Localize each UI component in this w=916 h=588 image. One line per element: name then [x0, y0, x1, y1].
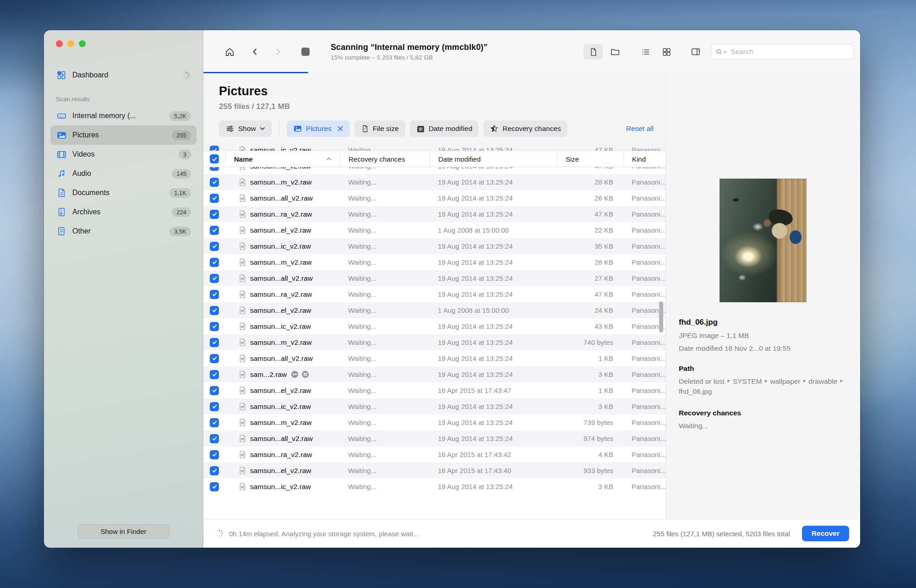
sidebar-item-documents[interactable]: Documents 1,1K: [50, 183, 196, 202]
sidebar-item-other[interactable]: Other 3,5K: [50, 222, 196, 241]
select-all-checkbox[interactable]: [203, 151, 225, 167]
row-checkbox[interactable]: [210, 290, 219, 299]
sidebar-item-dashboard[interactable]: Dashboard: [50, 65, 196, 85]
row-checkbox[interactable]: [210, 306, 219, 315]
row-checkbox[interactable]: [210, 418, 219, 427]
row-checkbox[interactable]: [210, 242, 219, 251]
row-checkbox[interactable]: [210, 274, 219, 283]
row-date: 1 Aug 2008 at 15:00:00: [430, 306, 557, 314]
table-row[interactable]: samsun...all_v2.raw Waiting... 19 Aug 20…: [203, 350, 665, 366]
traffic-lights: [44, 30, 203, 47]
row-recovery: Waiting...: [340, 242, 430, 250]
sort-ascending-icon: [327, 158, 331, 160]
table-row[interactable]: samsun...ic_v2.raw Waiting... 19 Aug 201…: [203, 318, 665, 334]
row-size: 28 KB: [557, 258, 623, 266]
filter-chip-recovery-chances[interactable]: Recovery chances: [483, 120, 567, 137]
table-row[interactable]: samsun...el_v2.raw Waiting... 1 Aug 2008…: [203, 302, 665, 318]
row-checkbox[interactable]: [210, 210, 219, 219]
preview-date-modified: Date modified 18 Nov 2...0 at 19:55: [679, 344, 847, 353]
row-size: 47 KB: [557, 210, 623, 218]
table-row[interactable]: samsun...el_v2.raw Waiting... 16 Apr 201…: [203, 463, 665, 479]
row-size: 739 bytes: [557, 419, 623, 426]
search-input[interactable]: [730, 47, 849, 56]
row-date: 16 Apr 2015 at 17:43:47: [430, 387, 557, 394]
row-checkbox[interactable]: [210, 194, 219, 203]
close-window-button[interactable]: [56, 40, 63, 47]
home-button[interactable]: [220, 44, 239, 60]
row-kind: Panasoni...: [623, 370, 665, 378]
row-date: 19 Aug 2014 at 13:25:24: [430, 322, 557, 330]
grid-view-button[interactable]: [657, 44, 676, 60]
row-checkbox[interactable]: [210, 178, 219, 187]
row-checkbox[interactable]: [210, 322, 219, 331]
back-button[interactable]: [245, 44, 265, 60]
column-header-recovery[interactable]: Recovery chances: [340, 151, 430, 167]
row-checkbox[interactable]: [210, 386, 219, 395]
sidebar-item-audio[interactable]: Audio 145: [50, 164, 196, 183]
row-checkbox[interactable]: [210, 354, 219, 363]
stop-scan-button[interactable]: [296, 44, 315, 60]
table-row[interactable]: samsun...m_v2.raw Waiting... 19 Aug 2014…: [203, 334, 665, 350]
row-checkbox[interactable]: [210, 338, 219, 347]
column-header-size[interactable]: Size: [557, 151, 623, 167]
toggle-preview-panel-button[interactable]: [686, 44, 705, 60]
sidebar-item-internal-memory[interactable]: Internal memory (... 5,2K: [50, 106, 196, 125]
table-row[interactable]: samsun...ra_v2.raw Waiting... 19 Aug 201…: [203, 206, 665, 222]
row-checkbox[interactable]: [210, 226, 219, 235]
table-row[interactable]: samsun...all_v2.raw Waiting... 19 Aug 20…: [203, 430, 665, 446]
calendar-icon: [417, 126, 423, 132]
row-checkbox[interactable]: [210, 466, 219, 475]
table-row[interactable]: samsun...ic_v2.raw Waiting... 19 Aug 201…: [203, 238, 665, 254]
forward-button[interactable]: [268, 44, 288, 60]
table-row[interactable]: samsun...all_v2.raw Waiting... 19 Aug 20…: [203, 270, 665, 286]
filter-chip-pictures[interactable]: Pictures: [287, 120, 350, 137]
table-scrollbar-thumb[interactable]: [659, 301, 663, 332]
list-view-button[interactable]: [636, 44, 655, 60]
show-in-finder-button[interactable]: Show in Finder: [78, 524, 169, 539]
row-size: 3 KB: [557, 403, 623, 410]
recover-button[interactable]: Recover: [802, 526, 849, 541]
row-checkbox[interactable]: [210, 402, 219, 411]
sidebar-item-videos[interactable]: Videos 3: [50, 145, 196, 164]
column-header-name[interactable]: Name: [225, 151, 340, 167]
show-filter-button[interactable]: Show: [219, 120, 272, 137]
table-row[interactable]: samsun...all_v2.raw Waiting... 19 Aug 20…: [203, 190, 665, 206]
table-row[interactable]: samsun...m_v2.raw Waiting... 19 Aug 2014…: [203, 254, 665, 270]
row-recovery: Waiting...: [340, 467, 430, 474]
table-row[interactable]: samsun...m_v2.raw Waiting... 19 Aug 2014…: [203, 174, 665, 190]
row-recovery: Waiting...: [340, 290, 430, 298]
sidebar-item-pictures[interactable]: Pictures 255: [50, 125, 196, 145]
table-row[interactable]: samsun...el_v2.raw Waiting... 16 Apr 201…: [203, 382, 665, 398]
row-checkbox[interactable]: [210, 482, 219, 491]
videos-icon: [56, 149, 67, 160]
table-row[interactable]: samsun...el_v2.raw Waiting... 1 Aug 2008…: [203, 222, 665, 238]
reset-all-link[interactable]: Reset all: [626, 125, 654, 133]
count-badge: 1,1K: [169, 188, 191, 198]
row-checkbox[interactable]: [210, 258, 219, 267]
minimize-window-button[interactable]: [67, 40, 74, 47]
sidebar-item-label: Documents: [72, 189, 169, 197]
raw-file-icon: [239, 418, 246, 427]
raw-file-icon: [239, 210, 246, 218]
raw-file-icon: [239, 370, 246, 379]
filter-chip-date-modified[interactable]: Date modified: [410, 120, 479, 137]
search-field[interactable]: [711, 44, 854, 60]
column-header-kind[interactable]: Kind: [623, 151, 665, 167]
view-folders-button[interactable]: [605, 44, 625, 60]
table-row[interactable]: samsun...m_v2.raw Waiting... 19 Aug 2014…: [203, 414, 665, 430]
row-checkbox[interactable]: [210, 370, 219, 379]
raw-file-icon: [239, 322, 246, 331]
table-row[interactable]: samsun...ic_v2.raw Waiting... 19 Aug 201…: [203, 479, 665, 495]
zoom-window-button[interactable]: [79, 40, 86, 47]
table-row[interactable]: samsun...ra_v2.raw Waiting... 19 Aug 201…: [203, 286, 665, 302]
sidebar-item-archives[interactable]: Archives 224: [50, 202, 196, 222]
table-row[interactable]: sam...2.raw Waiting... 19 Aug 2014 at 13…: [203, 366, 665, 382]
table-row[interactable]: samsun...ra_v2.raw Waiting... 16 Apr 201…: [203, 446, 665, 463]
row-checkbox[interactable]: [210, 434, 219, 443]
row-checkbox[interactable]: [210, 450, 219, 459]
row-size: 3 KB: [557, 370, 623, 378]
filter-chip-file-size[interactable]: File size: [354, 120, 405, 137]
table-row[interactable]: samsun...ic_v2.raw Waiting... 19 Aug 201…: [203, 398, 665, 414]
view-files-button[interactable]: [583, 44, 603, 60]
column-header-date[interactable]: Date modified: [430, 151, 557, 167]
